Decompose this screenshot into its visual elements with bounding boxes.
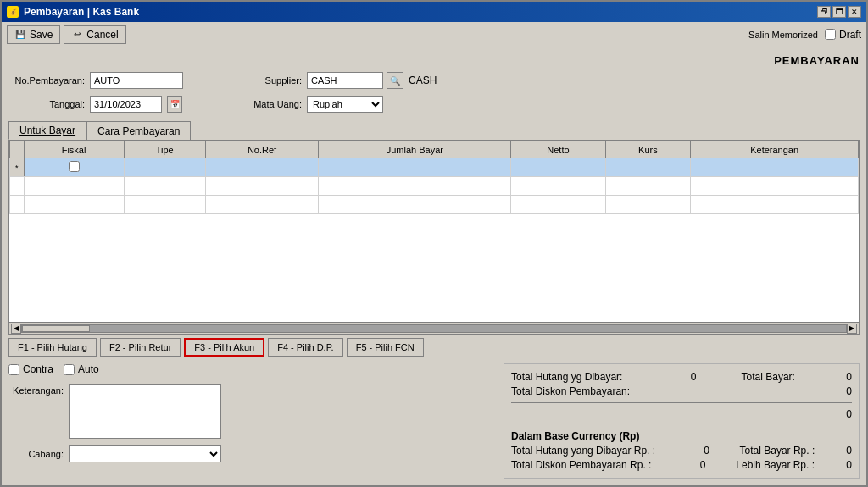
tab-untuk-bayar[interactable]: Untuk Bayar <box>8 121 86 140</box>
supplier-input[interactable] <box>307 72 383 89</box>
summary-diskon-rp: Total Diskon Pembayaran Rp. : 0 Lebih Ba… <box>511 459 852 471</box>
netto-cell <box>511 158 605 177</box>
cabang-select[interactable] <box>69 445 221 462</box>
contra-checkbox[interactable] <box>8 364 19 375</box>
scrollbar-track[interactable] <box>21 324 847 333</box>
summary-total-diskon: Total Diskon Pembayaran: 0 <box>511 385 852 397</box>
scroll-right-button[interactable]: ▶ <box>847 324 857 334</box>
subtotal-value: 0 <box>810 408 852 420</box>
f5-pilih-fcn-button[interactable]: F5 - Pilih FCN <box>347 338 424 357</box>
horizontal-scrollbar[interactable]: ◀ ▶ <box>9 322 859 334</box>
action-buttons: F1 - Pilih Hutang F2 - Pilih Retur F3 - … <box>8 338 860 357</box>
col-noref: No.Ref <box>205 141 319 158</box>
f1-pilih-hutang-button[interactable]: F1 - Pilih Hutang <box>8 338 97 357</box>
cabang-label: Cabang: <box>8 449 64 459</box>
tipe-cell <box>124 158 205 177</box>
no-pembayaran-input[interactable] <box>90 72 183 89</box>
keterangan-label: Keterangan: <box>8 385 64 396</box>
col-keterangan: Keterangan <box>691 141 859 158</box>
summary-section: Total Hutang yg Dibayar: 0 Total Bayar: … <box>504 363 860 479</box>
maximize-button[interactable]: 🗖 <box>832 6 846 18</box>
row-indicator: * <box>10 158 25 177</box>
summary-subtotal: 0 <box>511 408 852 420</box>
summary-hutang-rp: Total Hutang yang Dibayar Rp. : 0 Total … <box>511 445 852 457</box>
bottom-section: Contra Auto Keterangan: Cabang: <box>8 363 860 479</box>
data-table: Fiskal Tipe No.Ref Jumlah Bayar Netto Ku… <box>9 141 859 214</box>
form-title: PEMBAYARAN <box>8 54 860 67</box>
col-tipe: Tipe <box>124 141 205 158</box>
total-hutang-rp-label: Total Hutang yang Dibayar Rp. : <box>511 445 655 457</box>
keterangan-section: Keterangan: <box>8 384 495 439</box>
col-netto: Netto <box>511 141 605 158</box>
draft-label: Draft <box>839 29 861 41</box>
total-bayar-rp-value: 0 <box>835 445 852 457</box>
salin-label: Salin Memorized <box>748 30 818 40</box>
main-window: 💰 Pembayaran | Kas Bank 🗗 🗖 ✕ 💾 Save ↩ C… <box>0 0 868 487</box>
f3-pilih-akun-button[interactable]: F3 - Pilih Akun <box>184 338 264 357</box>
save-label: Save <box>30 29 53 41</box>
tab-bar: Untuk Bayar Cara Pembayaran <box>8 121 860 140</box>
col-fiskal: Fiskal <box>24 141 124 158</box>
cabang-section: Cabang: <box>8 445 495 462</box>
f2-pilih-retur-button[interactable]: F2 - Pilih Retur <box>100 338 181 357</box>
fiskal-checkbox[interactable] <box>69 161 80 172</box>
col-kurs: Kurs <box>605 141 691 158</box>
no-pembayaran-label: No.Pembayaran: <box>8 75 85 86</box>
mata-uang-select[interactable]: Rupiah USD EUR <box>307 96 383 113</box>
table-row-empty-1 <box>10 177 859 196</box>
summary-base-currency: Dalam Base Currency (Rp) <box>511 430 852 442</box>
window-title: Pembayaran | Kas Bank <box>24 6 139 18</box>
tanggal-input[interactable] <box>90 96 162 113</box>
cancel-icon: ↩ <box>71 29 83 41</box>
summary-divider-1 <box>511 402 852 403</box>
data-table-section: Fiskal Tipe No.Ref Jumlah Bayar Netto Ku… <box>8 140 860 335</box>
jumlah-cell <box>319 158 511 177</box>
form-section: No.Pembayaran: Tanggal: 📅 Supplier: 🔍 CA… <box>8 72 860 116</box>
supplier-label: Supplier: <box>225 75 302 86</box>
window-controls: 🗗 🗖 ✕ <box>817 6 861 18</box>
toolbar: 💾 Save ↩ Cancel Salin Memorized Draft <box>2 22 866 47</box>
contra-label: Contra <box>23 363 53 375</box>
total-hutang-value: 0 <box>654 371 696 383</box>
contra-auto-section: Contra Auto <box>8 363 495 375</box>
auto-checkbox[interactable] <box>64 364 75 375</box>
save-button[interactable]: 💾 Save <box>7 25 60 44</box>
total-diskon-rp-label: Total Diskon Pembayaran Rp. : <box>511 459 651 471</box>
close-button[interactable]: ✕ <box>848 6 861 18</box>
kurs-cell <box>605 158 691 177</box>
draft-checkbox[interactable] <box>825 29 836 40</box>
table-row[interactable]: * <box>10 158 859 177</box>
cancel-label: Cancel <box>86 29 118 41</box>
title-bar: 💰 Pembayaran | Kas Bank 🗗 🗖 ✕ <box>2 2 866 22</box>
supplier-search-button[interactable]: 🔍 <box>387 72 403 89</box>
scroll-left-button[interactable]: ◀ <box>11 324 21 334</box>
lebih-bayar-value: 0 <box>835 459 852 471</box>
tanggal-label: Tanggal: <box>8 99 85 109</box>
bottom-left: Contra Auto Keterangan: Cabang: <box>8 363 495 479</box>
f4-pilih-dp-button[interactable]: F4 - Pilih D.P. <box>268 338 342 357</box>
summary-total-hutang: Total Hutang yg Dibayar: 0 Total Bayar: … <box>511 371 852 383</box>
total-bayar-value-right: 0 <box>826 371 852 383</box>
scrollbar-thumb[interactable] <box>22 325 90 332</box>
save-icon: 💾 <box>14 29 26 41</box>
fiskal-cell <box>24 158 124 177</box>
total-diskon-label: Total Diskon Pembayaran: <box>511 385 630 397</box>
total-diskon-value: 0 <box>810 385 852 397</box>
total-bayar-rp-label: Total Bayar Rp. : <box>740 445 815 457</box>
app-icon: 💰 <box>7 6 19 18</box>
total-hutang-rp-value: 0 <box>676 445 709 457</box>
col-indicator <box>10 141 25 158</box>
mata-uang-label: Mata Uang: <box>225 99 302 109</box>
base-currency-label: Dalam Base Currency (Rp) <box>511 430 639 442</box>
tab-cara-pembayaran[interactable]: Cara Pembayaran <box>86 121 191 140</box>
total-hutang-label: Total Hutang yg Dibayar: <box>511 371 622 383</box>
auto-label: Auto <box>78 363 99 375</box>
table-row-empty-2 <box>10 196 859 214</box>
cancel-button[interactable]: ↩ Cancel <box>64 25 125 44</box>
lebih-bayar-label: Lebih Bayar Rp. : <box>736 459 815 471</box>
total-bayar-label-right: Total Bayar: <box>742 371 795 383</box>
restore-button[interactable]: 🗗 <box>817 6 831 18</box>
calendar-button[interactable]: 📅 <box>167 96 182 113</box>
main-content: PEMBAYARAN No.Pembayaran: Tanggal: 📅 Sup… <box>2 47 866 485</box>
keterangan-textarea[interactable] <box>69 384 221 439</box>
